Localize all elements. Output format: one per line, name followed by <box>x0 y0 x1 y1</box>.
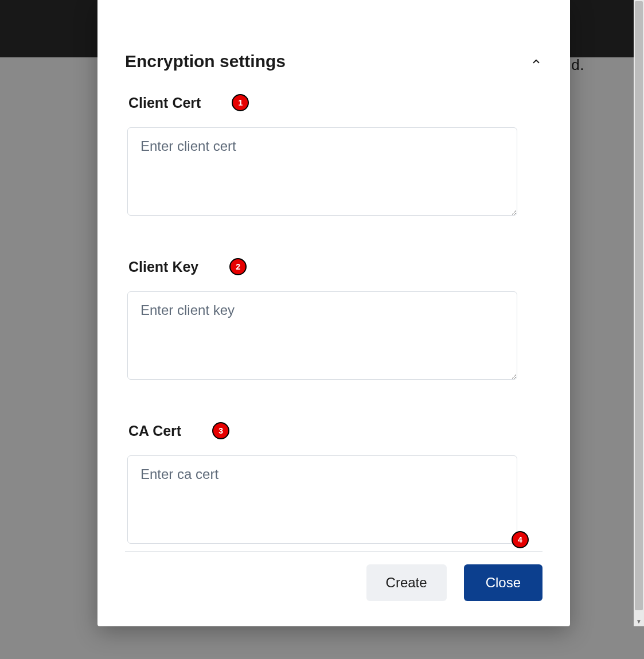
annotation-marker-1: 1 <box>232 94 249 111</box>
section-header-encryption[interactable]: Encryption settings <box>125 0 542 94</box>
encryption-settings-modal: Encryption settings Client Cert 1 Client… <box>97 0 570 626</box>
modal-scrollbar-thumb[interactable] <box>635 1 643 610</box>
annotation-marker-2: 2 <box>229 258 247 275</box>
modal-body: Encryption settings Client Cert 1 Client… <box>97 0 570 551</box>
modal-scrollbar-track[interactable]: ▼ <box>634 0 644 626</box>
client-cert-label: Client Cert <box>128 95 201 111</box>
client-key-label: Client Key <box>128 259 198 275</box>
client-cert-textarea[interactable] <box>127 127 517 216</box>
create-button[interactable]: Create <box>366 564 447 601</box>
modal-footer: 4 Create Close <box>97 552 570 626</box>
field-ca-cert: CA Cert 3 <box>125 422 542 546</box>
ca-cert-textarea[interactable] <box>127 455 517 544</box>
chevron-up-icon <box>530 55 542 68</box>
annotation-marker-4: 4 <box>512 531 529 548</box>
field-client-key: Client Key 2 <box>125 258 542 382</box>
scrollbar-down-arrow-icon[interactable]: ▼ <box>634 616 644 626</box>
close-button[interactable]: Close <box>464 564 542 601</box>
client-key-textarea[interactable] <box>127 291 517 380</box>
annotation-marker-3: 3 <box>212 422 229 439</box>
field-client-cert: Client Cert 1 <box>125 94 542 218</box>
section-title: Encryption settings <box>125 52 286 71</box>
ca-cert-label: CA Cert <box>128 423 181 439</box>
